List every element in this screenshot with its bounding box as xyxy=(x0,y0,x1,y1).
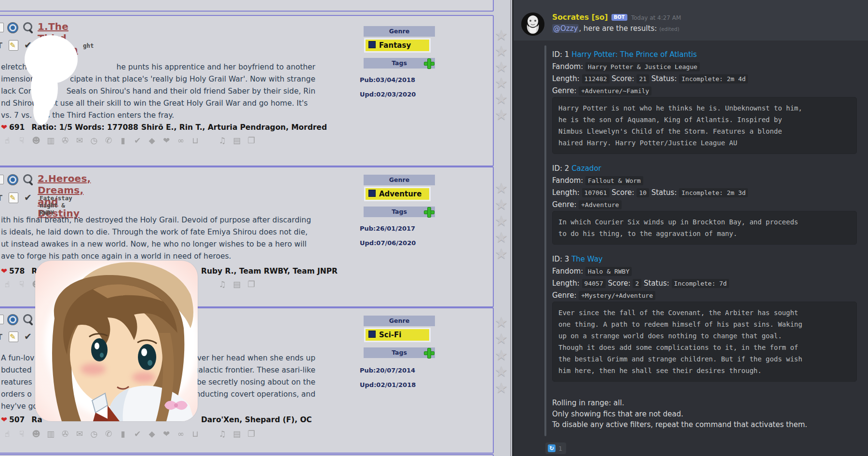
add-tag-button[interactable] xyxy=(424,207,434,217)
clock-icon[interactable]: ◷ xyxy=(87,136,101,145)
check-icon[interactable]: ✔ xyxy=(24,331,32,342)
published-date: Pub:26/01/2017 xyxy=(360,225,415,232)
bell-icon[interactable]: ♫ xyxy=(215,429,230,439)
user-mention[interactable]: @Ozzy xyxy=(552,24,579,33)
characters-list: Daro'Xen, Shepard (F), OC xyxy=(201,415,312,424)
description-line: ith his final breath, he destroyed the H… xyxy=(1,216,311,224)
result-id-row: ID: 3 The Way xyxy=(552,255,866,266)
fandom-label: ght xyxy=(83,42,94,49)
footer-note: Rolling in range: all. xyxy=(552,399,624,407)
genre-header: Genre xyxy=(364,316,435,326)
thumbs-up-icon[interactable]: ☝ xyxy=(0,429,14,439)
gem-icon[interactable]: ◆ xyxy=(145,136,159,145)
ghost-icon[interactable]: ☻ xyxy=(29,136,43,145)
edit-note-icon[interactable] xyxy=(9,40,18,51)
cutoff-glyph: T xyxy=(0,41,2,50)
lock-icon[interactable]: ✇ xyxy=(58,136,72,145)
target-icon[interactable] xyxy=(8,175,18,185)
fandom-label: Fate/stay night & RWBY xyxy=(40,194,72,216)
open-book-icon[interactable]: ❐ xyxy=(244,279,258,289)
check-icon[interactable]: ✔ xyxy=(24,192,32,203)
updated-date: Upd:07/06/2020 xyxy=(360,239,416,247)
trash-icon[interactable]: ▥ xyxy=(43,136,58,145)
edit-note-icon[interactable] xyxy=(9,193,18,203)
censor-blob xyxy=(22,34,80,126)
thumbs-down-icon[interactable]: ☟ xyxy=(14,429,29,439)
genre-header: Genre xyxy=(364,26,435,37)
bot-username[interactable]: Socrates [so]BOTToday at 4:27 AM xyxy=(552,13,681,23)
heart-icon[interactable]: ❤ xyxy=(159,429,174,439)
discord-chat-panel: Socrates [so]BOTToday at 4:27 AM @Ozzy, … xyxy=(512,0,868,456)
genre-value[interactable]: Adventure xyxy=(366,188,429,200)
target-icon[interactable] xyxy=(8,23,18,33)
updated-date: Upd:02/01/2018 xyxy=(360,381,416,388)
fandom-code: Fallout & Worm xyxy=(585,176,643,185)
action-icons-row: ☝☟☻▥✇✉◷✆▮✔◆❤∞⊔♫▤❐ xyxy=(0,136,299,148)
page-icon[interactable] xyxy=(0,23,4,32)
reaction-count: 1 xyxy=(558,445,562,452)
lock-icon[interactable]: ✇ xyxy=(58,429,72,439)
clock-icon[interactable]: ◷ xyxy=(87,429,101,439)
thumbs-down-icon[interactable]: ☟ xyxy=(14,279,29,289)
message-intro: @Ozzy, here are the results:(edited) xyxy=(552,24,679,33)
open-book-icon[interactable]: ❐ xyxy=(244,136,258,145)
fic-title-link[interactable]: The Way xyxy=(571,255,603,263)
link-icon[interactable]: ∞ xyxy=(174,136,188,145)
page-icon[interactable] xyxy=(0,175,4,184)
bot-avatar[interactable] xyxy=(521,13,544,36)
story-card-partial-top: ▪ ▫ ▪ ▫ ▪ ▫ ▪ ▫ ▪ ▫ ▪ ▫ ▪ ▫ ▪ xyxy=(0,0,494,12)
book-icon[interactable]: ▮ xyxy=(116,429,130,439)
genre-value[interactable]: Sci-Fi xyxy=(366,329,429,341)
add-tag-button[interactable] xyxy=(424,348,434,358)
cutoff-icon-row: ▪ ▫ ▪ ▫ ▪ ▫ ▪ ▫ ▪ ▫ ▪ ▫ ▪ ▫ ▪ xyxy=(4,0,291,1)
result-meta-row: Length: 112482 Score: 21 Status: Incompl… xyxy=(552,74,866,86)
story-card: 1.The Third Faction T ✔ ght elretch ihe … xyxy=(0,15,494,166)
result-fandom-row: Fandom: Fallout & Worm xyxy=(552,176,866,188)
result-id-row: ID: 1 Harry Potter: The Prince of Atlant… xyxy=(552,50,866,62)
story-cover-image[interactable] xyxy=(35,261,198,421)
thumbs-down-icon[interactable]: ☟ xyxy=(14,136,29,145)
search-icon[interactable] xyxy=(23,22,32,31)
comment-icon[interactable]: ✉ xyxy=(72,136,87,145)
footer-note: Only showing fics that are not dead. xyxy=(552,410,683,418)
cutoff-glyph: T xyxy=(0,193,2,203)
book-icon[interactable]: ▮ xyxy=(116,136,130,145)
genre-square-icon xyxy=(368,331,376,338)
heart-icon[interactable]: ❤ xyxy=(159,136,174,145)
comment-icon[interactable]: ✉ xyxy=(72,429,87,439)
bell-icon[interactable]: ♫ xyxy=(215,136,230,145)
fic-title-link[interactable]: Cazador xyxy=(571,164,601,173)
hook-icon[interactable]: ✆ xyxy=(101,136,116,145)
page-icon[interactable] xyxy=(0,315,4,324)
counterclockwise-arrows-icon: ↻ xyxy=(548,444,556,452)
check-mark-icon[interactable]: ✔ xyxy=(130,429,145,439)
fic-title-link[interactable]: Harry Potter: The Prince of Atlantis xyxy=(571,50,697,59)
magnet-icon[interactable]: ⊔ xyxy=(188,136,203,145)
bot-badge: BOT xyxy=(611,14,627,21)
link-icon[interactable]: ∞ xyxy=(174,429,188,439)
open-book-icon[interactable]: ❐ xyxy=(244,429,258,439)
tags-header: Tags xyxy=(364,207,435,217)
panel-divider-line xyxy=(510,0,511,456)
search-icon[interactable] xyxy=(23,314,32,323)
hook-icon[interactable]: ✆ xyxy=(101,429,116,439)
check-mark-icon[interactable]: ✔ xyxy=(130,136,145,145)
description-line: ave to forge his path once again in a wo… xyxy=(1,252,231,261)
reroll-reaction[interactable]: ↻ 1 xyxy=(545,442,566,454)
edit-note-icon[interactable] xyxy=(9,332,18,342)
notes-icon[interactable]: ▤ xyxy=(230,429,244,439)
gem-icon[interactable]: ◆ xyxy=(145,429,159,439)
add-tag-button[interactable] xyxy=(424,58,434,68)
thumbs-up-icon[interactable]: ☝ xyxy=(0,136,14,145)
bell-icon[interactable]: ♫ xyxy=(215,279,230,289)
trash-icon[interactable]: ▥ xyxy=(43,429,58,439)
notes-icon[interactable]: ▤ xyxy=(230,136,244,145)
thumbs-up-icon[interactable]: ☝ xyxy=(0,279,14,289)
notes-icon[interactable]: ▤ xyxy=(230,279,244,289)
magnet-icon[interactable]: ⊔ xyxy=(188,429,203,439)
target-icon[interactable] xyxy=(8,315,18,325)
search-icon[interactable] xyxy=(23,174,32,183)
genre-value[interactable]: Fantasy xyxy=(366,40,429,51)
ghost-icon[interactable]: ☻ xyxy=(29,429,43,439)
likes-heart-icon: ❤ xyxy=(1,267,7,276)
